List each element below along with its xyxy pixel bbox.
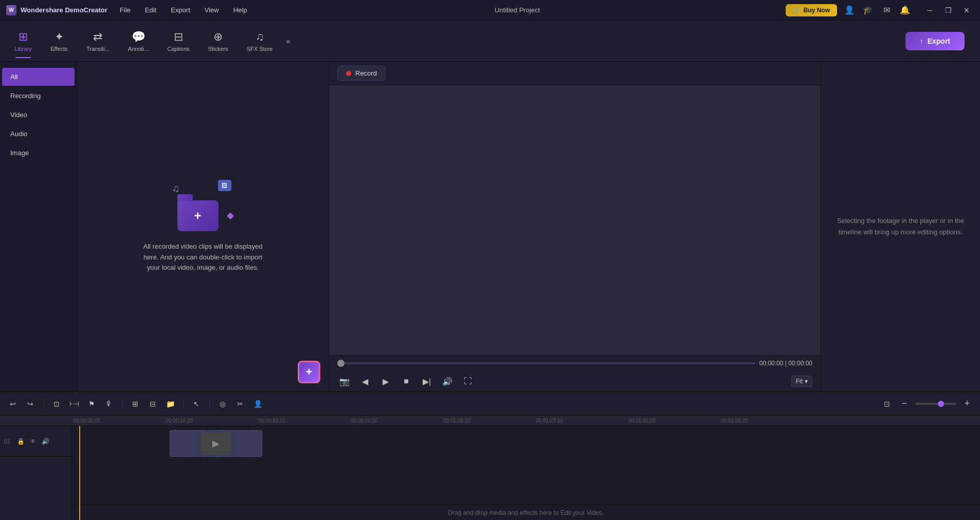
effects-icon: ✦	[55, 30, 64, 44]
timeline-fit-button[interactable]: ⊡	[880, 397, 894, 411]
buy-now-button[interactable]: 🛒 Buy Now	[786, 4, 837, 16]
toolbar-effects[interactable]: ✦ Effects	[41, 23, 77, 59]
toolbar-library[interactable]: ⊞ Library	[5, 23, 41, 59]
add-media-icon: +	[306, 365, 313, 379]
track-label-row-1: 01 🔒 👁 🔊	[0, 426, 71, 457]
ruler-mark-3: 00:00:50:00	[350, 418, 442, 423]
export-button[interactable]: ↑ Export	[905, 32, 965, 50]
menu-edit[interactable]: Edit	[143, 5, 158, 15]
media-empty-state: ♫ 🖼 + ◆ All recorded video clips will be…	[136, 180, 270, 273]
divider-4	[209, 399, 210, 409]
timeline-ruler: 00:00:00:00 00:00:16:20 00:00:33:10 00:0…	[0, 416, 980, 426]
app-name: Wondershare DemoCreator	[21, 6, 107, 14]
timeline-tracks: 01 🔒 👁 🔊 ▶ Drag and drop media and effec…	[0, 426, 980, 520]
minimize-button[interactable]: ─	[922, 3, 937, 17]
zoom-out-button[interactable]: −	[898, 397, 911, 411]
media-area: ♫ 🖼 + ◆ All recorded video clips will be…	[77, 62, 329, 392]
toolbar-annotations[interactable]: 💬 Annoti...	[119, 23, 158, 59]
ruler-mark-5: 00:01:23:10	[535, 418, 627, 423]
menu-file[interactable]: File	[118, 5, 133, 15]
music-note-icon: ♫	[172, 182, 180, 194]
bell-icon[interactable]: 🔔	[899, 4, 911, 16]
sidebar-item-audio[interactable]: Audio	[2, 125, 75, 143]
play-button[interactable]: ▶	[378, 374, 393, 388]
track-label-icons: 🔒 👁 🔊	[15, 436, 50, 447]
ruler-mark-0: 00:00:00:00	[72, 418, 165, 423]
undo-button[interactable]: ↩	[6, 397, 20, 411]
divider-3	[183, 399, 184, 409]
sidebar: All Recording Video Audio Image	[0, 62, 77, 392]
logo-icon: W	[6, 5, 16, 15]
media-import-button[interactable]: 📁	[164, 397, 177, 411]
mic-button[interactable]: 🎙	[102, 397, 116, 411]
marker-button[interactable]: ⚑	[85, 397, 98, 411]
track-visibility-button[interactable]: 👁	[28, 436, 38, 447]
export-arrow-icon: ↑	[920, 37, 923, 45]
zoom-slider[interactable]	[915, 403, 956, 405]
menu-export[interactable]: Export	[169, 5, 192, 15]
menu-view[interactable]: View	[203, 5, 221, 15]
sidebar-item-all[interactable]: All	[2, 68, 75, 86]
toolbar-transitions[interactable]: ⇄ Transiti...	[77, 23, 119, 59]
add-media-button[interactable]: +	[298, 361, 320, 383]
track-number: 01	[4, 438, 12, 444]
toolbar-stickers[interactable]: ⊕ Stickers	[199, 23, 238, 59]
mask-button[interactable]: 👤	[251, 397, 264, 411]
project-title: Untitled Project	[249, 6, 785, 14]
sidebar-item-video[interactable]: Video	[2, 106, 75, 124]
graduation-icon[interactable]: 🎓	[862, 4, 874, 16]
record-dot-icon	[346, 71, 351, 76]
sidebar-item-image[interactable]: Image	[2, 144, 75, 162]
maximize-button[interactable]: ❐	[941, 3, 955, 17]
annotations-icon: 💬	[132, 30, 146, 44]
mail-icon[interactable]: ✉	[880, 4, 893, 16]
toolbar-more-button[interactable]: »	[282, 35, 294, 47]
close-button[interactable]: ✕	[959, 3, 974, 17]
time-display: 00:00:00 | 00:00:00	[759, 360, 812, 367]
sidebar-item-recording[interactable]: Recording	[2, 87, 75, 105]
track-mute-button[interactable]: 🔊	[40, 436, 50, 447]
record-label: Record	[355, 69, 377, 77]
ripple-button[interactable]: ◎	[216, 397, 229, 411]
stickers-label: Stickers	[208, 46, 228, 52]
left-panel: All Recording Video Audio Image ♫ 🖼	[0, 62, 329, 392]
preview-bottom-bar: 📷 ◀ ▶ ■ ▶| 🔊 ⛶ Fit ▾	[329, 371, 821, 392]
captions-icon: ⊟	[174, 30, 183, 44]
effects-label: Effects	[50, 46, 67, 52]
preview-timeline-bar[interactable]	[337, 362, 755, 364]
video-clip[interactable]: ▶	[170, 430, 262, 457]
menu-help[interactable]: Help	[231, 5, 249, 15]
split-button[interactable]: ⊦⊣	[67, 397, 81, 411]
cursor-button[interactable]: ↖	[190, 397, 203, 411]
toolbar-sfx[interactable]: ♫ SFX Store	[238, 23, 282, 59]
title-bar: W Wondershare DemoCreator File Edit Expo…	[0, 0, 980, 21]
preview-timeline-thumb	[337, 360, 344, 367]
trim-button[interactable]: ✂	[233, 397, 247, 411]
user-icon[interactable]: 👤	[843, 4, 856, 16]
record-button[interactable]: Record	[337, 66, 386, 81]
fullscreen-icon[interactable]: ⛶	[461, 374, 475, 388]
right-panel-info-text: Selecting the footage in the player or i…	[821, 205, 980, 248]
crop-button[interactable]: ⊡	[50, 397, 63, 411]
ruler-mark-4: 00:01:06:20	[442, 418, 535, 423]
main-content: All Recording Video Audio Image ♫ 🖼	[0, 62, 980, 392]
preview-controls: 00:00:00 | 00:00:00	[329, 355, 821, 371]
photo-icon: 🖼	[218, 180, 231, 191]
ungroup-button[interactable]: ⊟	[146, 397, 159, 411]
track-lock-button[interactable]: 🔒	[15, 436, 26, 447]
zoom-in-button[interactable]: +	[960, 397, 974, 411]
sfx-icon: ♫	[256, 30, 264, 44]
sfx-label: SFX Store	[247, 46, 273, 52]
toolbar: ⊞ Library ✦ Effects ⇄ Transiti... 💬 Anno…	[0, 21, 980, 62]
ruler-mark-2: 00:00:33:10	[257, 418, 350, 423]
redo-button[interactable]: ↪	[24, 397, 37, 411]
volume-icon[interactable]: 🔊	[440, 374, 455, 388]
stop-button[interactable]: ■	[399, 374, 413, 388]
toolbar-captions[interactable]: ⊟ Captions	[158, 23, 198, 59]
snapshot-icon[interactable]: 📷	[337, 374, 352, 388]
prev-frame-button[interactable]: ◀	[358, 374, 372, 388]
preview-area: Record 00:00:00 | 00:00:00 📷 ◀ ▶ ■ ▶| 🔊 …	[329, 62, 821, 392]
group-button[interactable]: ⊞	[129, 397, 142, 411]
next-frame-button[interactable]: ▶|	[420, 374, 434, 388]
fit-dropdown[interactable]: Fit ▾	[791, 376, 812, 387]
